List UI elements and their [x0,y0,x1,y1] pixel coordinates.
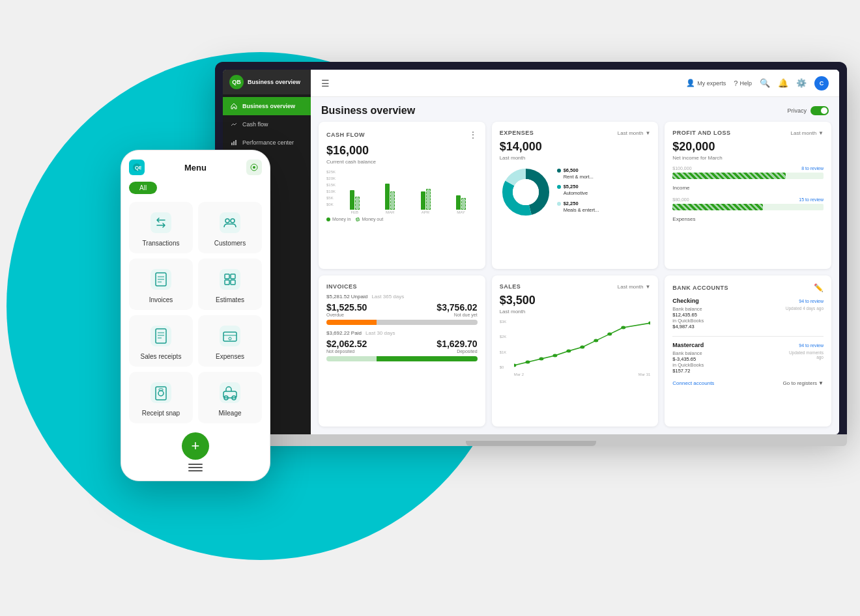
search-icon[interactable]: 🔍 [760,78,770,88]
expenses-title: EXPENSES [500,130,534,136]
dashboard-grid: CASH FLOW ⋮ $16,000 Current cash balance… [311,122,839,434]
sales-sublabel: Last month [500,309,651,315]
hamburger-menu-button[interactable]: ☰ [321,78,330,89]
phone-hamburger-icon[interactable] [188,464,203,471]
sidebar-item-label: Cash flow [242,121,268,128]
phone-fab-button[interactable]: + [182,432,209,460]
pnl-income-review[interactable]: 8 to review [801,166,824,171]
svg-point-23 [648,322,650,325]
invoices-label: Invoices [149,296,173,303]
pnl-income-scale: $100,000 [672,166,691,171]
phone-menu-sales-receipts[interactable]: Sales receipts [129,315,193,367]
estimates-label: Estimates [216,296,244,303]
phone-menu-expenses[interactable]: Expenses [198,315,262,367]
invoices-overdue-amount: $1,525.50 [326,302,367,313]
phone-body: QB Menu All [121,150,270,481]
chart-legend: Money in Money out [326,217,478,221]
mastercard-qb-label: in QuickBooks [672,362,704,368]
pnl-expenses-scale: $80,000 [672,197,689,202]
connect-accounts-link[interactable]: Connect accounts [672,380,714,386]
invoices-title: INVOICES [326,283,357,290]
sales-x-end: Mar 31 [638,372,651,376]
pencil-icon[interactable]: ✏️ [814,283,824,292]
sales-card: SALES Last month ▼ $3,500 Last month $3K [492,275,659,427]
filter-all-button[interactable]: All [129,182,157,194]
svg-point-27 [253,166,255,169]
go-to-registers-button[interactable]: Go to registers ▼ [783,380,824,386]
sidebar-item-business-overview[interactable]: Business overview [223,97,311,115]
help-label: Help [739,80,752,87]
chevron-down-icon: ▼ [818,380,824,386]
bank-footer: Connect accounts Go to registers ▼ [672,380,824,386]
invoices-notdeposited-label: Not deposited [326,349,367,354]
transactions-icon [149,211,173,234]
cash-flow-menu[interactable]: ⋮ [468,130,478,140]
svg-point-17 [552,354,557,357]
sidebar-item-cash-flow[interactable]: Cash flow [223,115,311,133]
svg-rect-0 [231,143,233,145]
sidebar-item-performance[interactable]: Performance center [223,133,311,152]
svg-rect-37 [220,269,240,290]
mastercard-updated: Updated moments ago [784,350,824,359]
svg-point-18 [566,350,571,353]
home-icon [229,102,238,111]
cash-flow-title: CASH FLOW [326,132,365,138]
invoices-card: INVOICES $5,281.52 Unpaid Last 365 days … [319,275,485,427]
gear-icon[interactable]: ⚙️ [796,78,807,88]
sales-x-start: Mar 2 [514,372,524,376]
svg-rect-47 [220,326,240,346]
bank-mastercard-account: Mastercard 94 to review Bank balance $-3 [672,342,824,374]
pnl-rows: $100,000 8 to review Income [672,166,824,223]
sales-receipts-icon [149,324,173,348]
sales-receipts-label: Sales receipts [141,353,182,360]
phone-menu-receipt-snap[interactable]: Receipt snap [129,372,193,423]
mobile-phone: QB Menu All [121,150,270,481]
invoices-bar-paid [326,356,478,361]
pnl-expenses-row: $80,000 15 to review Expenses [672,197,824,223]
help-button[interactable]: ? Help [734,79,752,87]
expenses-legend: $6,500 Rent & mort... $5,250 Automotive [557,167,651,217]
checking-updated: Updated 4 days ago [786,306,824,311]
mastercard-review[interactable]: 94 to review [799,343,824,348]
svg-point-16 [539,357,543,361]
laptop-screen: QB Business overview Business overview [223,70,839,434]
pnl-expenses-review[interactable]: 15 to review [799,197,824,202]
customers-icon [218,211,242,234]
expenses-content: $6,500 Rent & mort... $5,250 Automotive [500,166,651,218]
sales-period-selector[interactable]: Last month ▼ [618,284,651,290]
cashflow-icon [229,120,238,129]
bank-checking-account: Checking 94 to review Bank balance $12,4 [672,298,824,329]
cash-flow-card: CASH FLOW ⋮ $16,000 Current cash balance… [319,122,485,269]
help-icon: ? [734,79,738,87]
svg-rect-2 [235,140,236,145]
legend-money-in: Money in [332,217,351,221]
sales-amount: $3,500 [500,294,651,307]
privacy-toggle[interactable]: Privacy [787,106,829,115]
phone-menu-estimates[interactable]: Estimates [198,259,262,310]
phone-menu-transactions[interactable]: Transactions [129,202,193,253]
svg-point-19 [580,346,584,349]
pnl-period-selector[interactable]: Last month ▼ [791,130,824,136]
mileage-label: Mileage [218,410,241,417]
my-experts-label: My experts [697,80,726,87]
invoices-deposited-label: Deposited [437,349,477,354]
registers-label: Go to registers [783,380,817,386]
laptop-device: QB Business overview Business overview [215,62,847,446]
my-experts-button[interactable]: 👤 My experts [686,79,726,87]
user-avatar[interactable]: C [814,76,829,91]
phone-menu-mileage[interactable]: Mileage [198,372,262,423]
phone-menu-icon[interactable] [246,160,262,175]
invoices-icon [149,268,173,291]
expenses-period-selector[interactable]: Last month ▼ [618,130,651,136]
phone-menu-customers[interactable]: Customers [198,202,262,253]
invoices-notdue-amount: $3,756.02 [437,302,477,313]
phone-menu-invoices[interactable]: Invoices [129,259,193,310]
sidebar-item-label: Business overview [242,103,295,109]
laptop-base [215,434,847,446]
svg-rect-28 [150,212,171,233]
checking-review[interactable]: 94 to review [799,299,824,303]
mileage-icon [218,381,242,404]
bell-icon[interactable]: 🔔 [778,78,788,88]
privacy-switch[interactable] [810,106,829,115]
sidebar-item-label: Performance center [242,139,294,146]
